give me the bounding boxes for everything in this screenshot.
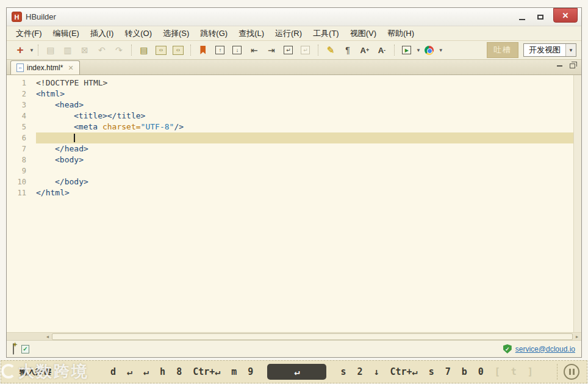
keycast-key: 0: [478, 366, 484, 377]
line-content: <!DOCTYPE HTML>: [36, 78, 573, 89]
title-bar[interactable]: H HBuilder ✕: [7, 8, 581, 26]
line-content: <head>: [36, 100, 573, 110]
scroll-right-arrow-icon[interactable]: ▸: [573, 333, 581, 340]
run-in-browser-dropdown-icon[interactable]: ▼: [416, 48, 421, 53]
menu-item[interactable]: 转义(O): [119, 27, 157, 40]
clipboard-check-button[interactable]: ✓: [21, 345, 29, 353]
line-number: 6: [7, 132, 36, 143]
tab-close-icon[interactable]: ✕: [68, 64, 73, 72]
line-content: </body>: [36, 176, 573, 187]
new-file-dropdown-icon[interactable]: ▼: [29, 48, 34, 53]
line-content: [36, 165, 573, 176]
line-number: 10: [7, 176, 36, 187]
keycast-key: ↵: [143, 366, 149, 377]
keycast-bar: 输入按键 d↵↵h8Ctr+↵m9↵s2↓Ctr+↵s7b0[t]: [1, 360, 587, 383]
horizontal-scroll-thumb[interactable]: [52, 333, 573, 340]
menu-item[interactable]: 视图(V): [345, 27, 382, 40]
menu-item[interactable]: 帮助(H): [382, 27, 420, 40]
horizontal-scrollbar[interactable]: ◂ ▸: [7, 332, 581, 340]
status-strip: ✦ ✓ ✓ service@dcloud.io: [7, 340, 581, 357]
html-file-icon: ‹›: [16, 63, 24, 72]
trust-shield-icon: ✓: [503, 344, 512, 353]
code-line[interactable]: 1<!DOCTYPE HTML>: [7, 78, 573, 89]
view-mode-value: 开发视图: [524, 45, 565, 56]
undo-icon: ↶: [95, 43, 109, 57]
font-increase-icon[interactable]: A+: [358, 43, 371, 57]
chevron-down-icon[interactable]: ▼: [565, 44, 576, 56]
tucao-button[interactable]: 吐槽: [487, 42, 518, 58]
window-title: HBuilder: [26, 12, 56, 21]
code-line[interactable]: 8<body>: [7, 154, 573, 165]
bookmark-icon[interactable]: [196, 43, 210, 57]
menu-item[interactable]: 工具(T): [307, 27, 345, 40]
new-file-icon[interactable]: +: [13, 43, 27, 57]
line-number: 5: [7, 121, 36, 132]
keycast-key: t: [511, 366, 517, 377]
main-toolbar: +▼▤▥⊠↶↷▤‹›‹›↑↓⇤⇥↵↵✎¶A+A-▶▼▼吐槽开发视图▼: [7, 41, 581, 60]
code-line[interactable]: 2<html>: [7, 89, 573, 100]
keycast-key: 7: [445, 366, 451, 377]
soft-wrap-off-icon: ↵: [299, 43, 312, 57]
keycast-key: ↵: [267, 364, 326, 380]
menu-item[interactable]: 插入(I): [85, 27, 119, 40]
run-in-chrome-icon[interactable]: [423, 43, 436, 57]
minimize-button[interactable]: [513, 10, 531, 24]
keycast-key: 9: [248, 366, 253, 377]
modified-indicator: *: [60, 63, 63, 72]
keycast-label: 输入按键: [20, 366, 105, 377]
code-editor[interactable]: 1<!DOCTYPE HTML>2<html>3<head>4<title></…: [7, 75, 581, 332]
doc-down-icon[interactable]: ↓: [231, 43, 244, 57]
doc-up-icon[interactable]: ↑: [213, 43, 227, 57]
code-block-icon[interactable]: ‹›: [171, 43, 185, 57]
maximize-button[interactable]: [531, 10, 550, 24]
jump-line-end-icon[interactable]: ⇥: [265, 43, 278, 57]
menu-item[interactable]: 查找(L): [233, 27, 270, 40]
close-button[interactable]: ✕: [553, 8, 578, 23]
keycast-keys: d↵↵h8Ctr+↵m9↵s2↓Ctr+↵s7b0[t]: [105, 364, 539, 380]
pause-button[interactable]: [564, 364, 579, 380]
code-line[interactable]: 10</body>: [7, 176, 573, 187]
code-line[interactable]: 4<title></title>: [7, 110, 573, 121]
keycast-key: m: [231, 366, 237, 377]
menu-item[interactable]: 文件(F): [10, 27, 48, 40]
scroll-left-arrow-icon[interactable]: ◂: [43, 333, 52, 340]
menu-item[interactable]: 选择(S): [157, 27, 195, 40]
run-in-browser-icon[interactable]: ▶: [400, 43, 414, 57]
keycast-key: Ctr+↵: [193, 366, 220, 377]
menu-item[interactable]: 编辑(E): [48, 27, 85, 40]
show-whitespace-icon[interactable]: ¶: [341, 43, 354, 57]
code-line[interactable]: 11</html>: [7, 187, 573, 198]
pane-restore-icon[interactable]: [570, 63, 575, 68]
line-number: 1: [7, 78, 36, 89]
jump-line-start-icon[interactable]: ⇤: [248, 43, 261, 57]
keycast-key: ↵: [127, 366, 132, 377]
code-line[interactable]: 5<meta charset="UTF-8"/>: [7, 121, 573, 132]
line-number: 7: [7, 143, 36, 154]
service-email-link[interactable]: service@dcloud.io: [515, 345, 575, 353]
clipboard-check-icon: ✓: [21, 345, 29, 353]
menu-item[interactable]: 跳转(G): [195, 27, 233, 40]
menu-item[interactable]: 运行(R): [270, 27, 307, 40]
device-sync-button[interactable]: ✦: [13, 344, 14, 355]
code-line[interactable]: 7</head>: [7, 143, 573, 154]
vertical-scrollbar[interactable]: [573, 75, 581, 332]
code-assist-icon[interactable]: ‹›: [154, 43, 168, 57]
pane-minimize-icon[interactable]: [557, 65, 562, 67]
run-in-chrome-dropdown-icon[interactable]: ▼: [439, 48, 443, 53]
soft-wrap-icon[interactable]: ↵: [282, 43, 295, 57]
highlighter-icon[interactable]: ✎: [324, 43, 337, 57]
view-mode-select[interactable]: 开发视图▼: [523, 43, 576, 57]
outline-icon[interactable]: ▤: [137, 43, 151, 57]
tab-label: index.html*: [27, 63, 63, 72]
code-line[interactable]: 9: [7, 165, 573, 176]
tab-index-html[interactable]: ‹› index.html* ✕: [10, 60, 80, 74]
line-number: 8: [7, 154, 36, 165]
code-area[interactable]: 1<!DOCTYPE HTML>2<html>3<head>4<title></…: [7, 75, 573, 332]
code-line[interactable]: 3<head>: [7, 100, 573, 110]
toolbar-separator: [190, 45, 191, 56]
font-decrease-icon[interactable]: A-: [375, 43, 389, 57]
keycast-key: s: [429, 366, 434, 377]
toolbar-separator: [394, 45, 395, 56]
keycast-key: d: [110, 366, 116, 377]
code-line[interactable]: 6: [7, 132, 573, 143]
